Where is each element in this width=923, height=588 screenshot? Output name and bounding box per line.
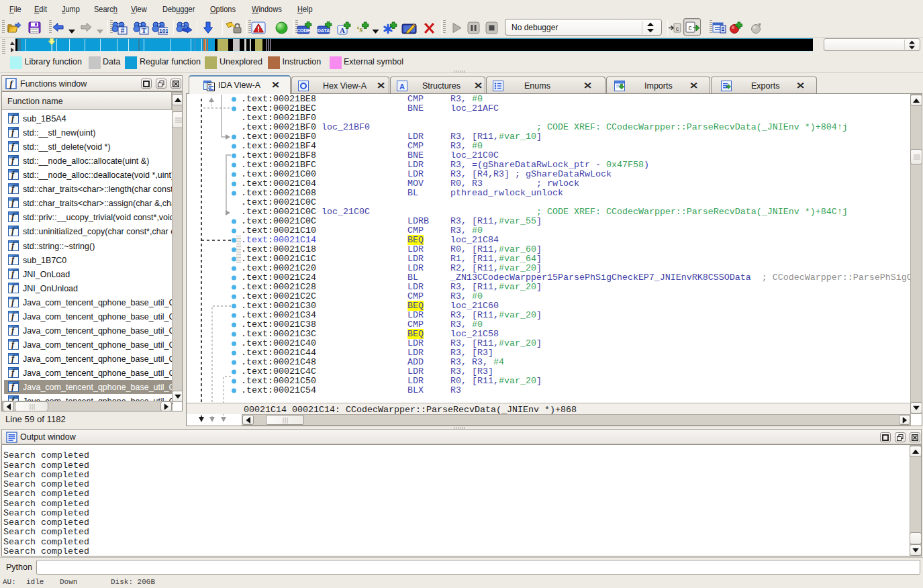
svg-text:A: A — [340, 26, 345, 34]
svg-text:c: c — [689, 24, 692, 32]
svg-text:c: c — [676, 26, 679, 32]
svg-text:#: # — [121, 27, 125, 34]
svg-text:T: T — [142, 26, 147, 34]
svg-text:DATA: DATA — [318, 28, 330, 33]
svg-text:A: A — [399, 83, 405, 91]
svg-text:CODE: CODE — [297, 28, 310, 33]
svg-text:101: 101 — [159, 28, 168, 34]
